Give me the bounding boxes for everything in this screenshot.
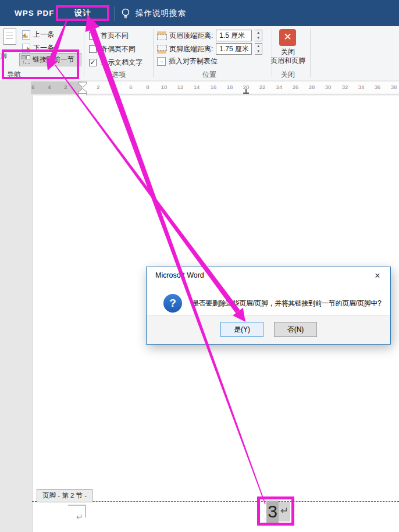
goto-footer-icon[interactable] — [3, 29, 16, 45]
horizontal-ruler[interactable]: 6422468101214161820222426283032343638 — [0, 80, 399, 95]
link-to-previous-icon: ↑ — [22, 55, 30, 64]
checkbox-box[interactable]: ✓ — [89, 59, 97, 66]
selected-return-mark: ↵ — [279, 502, 290, 522]
ruler-number: 2 — [97, 84, 99, 90]
paragraph-return-mark: ↵ — [76, 512, 83, 522]
dialog-close-icon[interactable]: × — [369, 269, 386, 283]
nav-group-label: 导航 — [7, 70, 21, 80]
ruler-number: 26 — [293, 84, 299, 90]
header-distance-icon — [157, 31, 166, 40]
ruler-number: 4 — [48, 84, 51, 90]
close-header-footer-button[interactable]: ✕ — [279, 29, 296, 46]
options-group-label: 选项 — [112, 70, 126, 80]
header-distance-row: 页眉顶端距离: 1.5 厘米 ▲▼ — [157, 30, 262, 41]
checkbox-label: 首页不同 — [101, 31, 129, 41]
ruler-number: 24 — [276, 84, 283, 90]
insert-alignment-tab-icon: → — [157, 57, 166, 66]
footer-distance-row: 页脚底端距离: 1.75 厘米 ▲▼ — [157, 43, 262, 55]
close-group-label: 关闭 — [281, 70, 295, 80]
tell-me-search[interactable]: 操作说明搜索 — [136, 0, 186, 26]
checkbox-box[interactable] — [89, 32, 97, 40]
ruler-number: 28 — [309, 84, 315, 90]
message-dialog: Microsoft Word × ? 是否要删除这些页眉/页脚，并将其链接到前一… — [146, 267, 391, 345]
ruler-number: 4 — [113, 84, 116, 90]
no-button[interactable]: 否(N) — [274, 322, 317, 337]
checkbox-box[interactable] — [89, 45, 97, 53]
next-icon — [22, 44, 30, 52]
close-x-icon: ✕ — [283, 31, 291, 42]
ruler-number: 22 — [259, 84, 266, 90]
previous-icon — [22, 30, 30, 39]
ruler-number: 6 — [129, 84, 132, 90]
dialog-footer — [147, 315, 390, 344]
footer-distance-icon — [157, 45, 166, 54]
tab-design[interactable]: 设计 — [69, 0, 96, 26]
title-bar: WPS PDF 设计 操作说明搜索 — [0, 0, 399, 26]
position-group-label: 位置 — [202, 70, 216, 80]
next-button[interactable]: 下一条 — [22, 43, 54, 53]
dialog-title: Microsoft Word — [155, 271, 204, 279]
ruler-number: 34 — [358, 84, 365, 90]
close-header-footer-label[interactable]: 关闭 页眉和页脚 — [265, 48, 311, 65]
footer-distance-label: 页脚底端距离: — [169, 44, 213, 54]
link-to-previous-label: 链接到前一节 — [33, 55, 74, 65]
ruler-number: 2 — [64, 84, 67, 90]
checkbox-label: 奇偶页不同 — [101, 44, 136, 54]
page-number-field[interactable]: 3 — [266, 501, 279, 523]
footer-distance-spinner[interactable]: ▲▼ — [255, 43, 262, 55]
tab-wps-pdf[interactable]: WPS PDF — [15, 0, 55, 26]
checkbox-different-first-page[interactable]: 首页不同 — [89, 31, 129, 41]
clipped-goto-label: 页脚 — [0, 52, 7, 61]
ruler-strip: 6422468101214161820222426283032343638 — [31, 81, 399, 94]
previous-button[interactable]: 上一条 — [22, 30, 54, 40]
footer-section-tag: 页脚 - 第 2 节 - — [37, 489, 92, 502]
ruler-number: 10 — [161, 84, 168, 90]
ribbon-separator — [84, 29, 84, 77]
ribbon-separator — [153, 29, 154, 77]
header-distance-spinner[interactable]: ▲▼ — [255, 30, 262, 41]
ruler-number: 18 — [227, 84, 233, 90]
ruler-number: 16 — [211, 84, 217, 90]
dialog-message: 是否要删除这些页眉/页脚，并将其链接到前一节的页眉/页脚中? — [192, 299, 387, 308]
ruler-number: 38 — [391, 84, 397, 90]
ruler-number: 30 — [325, 84, 332, 90]
ruler-number: 8 — [146, 84, 149, 90]
footer-distance-input[interactable]: 1.75 厘米 — [216, 43, 252, 55]
ruler-number: 36 — [375, 84, 381, 90]
ribbon: 页脚 上一条 下一条 ↑ 链接到前一节 导航 首页不同 奇偶页不同 — [0, 26, 399, 81]
header-distance-label: 页眉顶端距离: — [169, 31, 213, 41]
checkbox-label: 显示文档文字 — [101, 58, 142, 68]
next-label: 下一条 — [33, 43, 54, 53]
indent-markers[interactable] — [78, 81, 87, 97]
lightbulb-icon — [120, 8, 131, 19]
insert-alignment-tab-label: 插入对齐制表位 — [169, 56, 218, 66]
previous-label: 上一条 — [33, 30, 54, 40]
ruler-number: 6 — [31, 84, 34, 90]
titlebar-divider — [115, 6, 115, 21]
yes-button[interactable]: 是(Y) — [220, 322, 263, 337]
ruler-number: 14 — [194, 84, 200, 90]
link-to-previous-button[interactable]: ↑ 链接到前一节 — [19, 53, 81, 66]
header-distance-input[interactable]: 1.5 厘米 — [216, 30, 252, 41]
checkbox-different-odd-even[interactable]: 奇偶页不同 — [89, 44, 136, 54]
ribbon-separator — [310, 29, 311, 77]
question-icon: ? — [163, 294, 182, 313]
center-tab-stop-marker[interactable] — [243, 89, 250, 94]
insert-alignment-tab-button[interactable]: → 插入对齐制表位 — [157, 56, 218, 66]
ruler-number: 12 — [177, 84, 184, 90]
ruler-number: 32 — [342, 84, 348, 90]
checkbox-show-document-text[interactable]: ✓ 显示文档文字 — [89, 58, 142, 68]
ruler-margin-band — [31, 81, 82, 94]
